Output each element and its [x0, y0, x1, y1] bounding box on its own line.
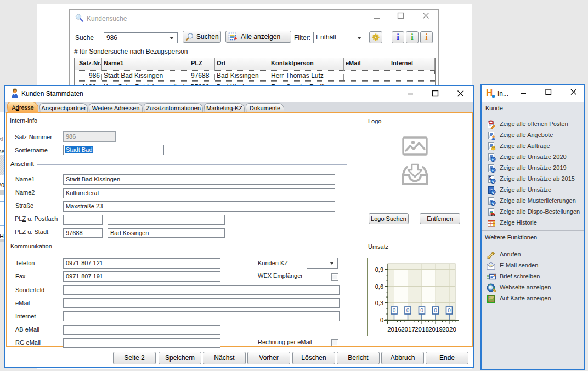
svg-text:0,3: 0,3: [375, 300, 383, 306]
svg-text:€: €: [492, 168, 495, 173]
svg-text:0: 0: [393, 307, 396, 313]
svg-text:€: €: [492, 201, 495, 206]
svg-text:0: 0: [380, 317, 383, 323]
svg-text:€: €: [492, 179, 495, 184]
svg-text:0: 0: [420, 307, 423, 313]
svg-text:0,9: 0,9: [375, 266, 383, 273]
svg-text:€: €: [492, 190, 495, 195]
svg-text:2019: 2019: [428, 326, 443, 333]
svg-text:2016: 2016: [387, 326, 402, 333]
svg-text:0: 0: [448, 307, 451, 313]
svg-text:2020: 2020: [442, 326, 456, 333]
svg-text:0: 0: [434, 307, 437, 313]
svg-text:€: €: [492, 157, 495, 162]
svg-text:0: 0: [406, 307, 410, 313]
svg-text:2017: 2017: [401, 326, 415, 333]
svg-text:0,6: 0,6: [375, 283, 383, 290]
svg-text:2018: 2018: [415, 326, 429, 333]
